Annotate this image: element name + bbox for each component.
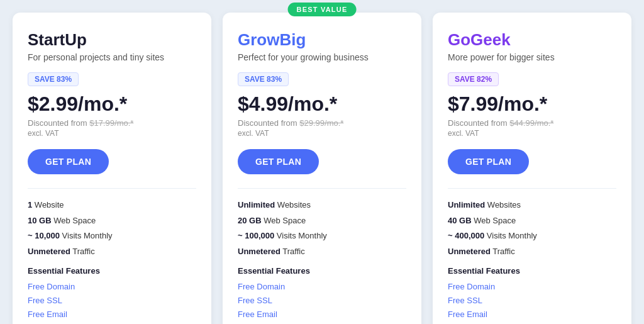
- feature-item: 10 GB Web Space: [28, 215, 196, 227]
- feature-item: Unlimited Websites: [448, 199, 616, 211]
- excl-vat-startup: excl. VAT: [28, 129, 196, 138]
- best-value-badge: BEST VALUE: [288, 3, 357, 16]
- save-badge-gogeek: SAVE 82%: [448, 72, 499, 86]
- pricing-container: StartUpFor personal projects and tiny si…: [13, 13, 631, 324]
- essential-link[interactable]: Free Email: [448, 310, 487, 319]
- price-original-gogeek: Discounted from $44.99/mo.*: [448, 118, 616, 128]
- price-main-gogeek: $7.99/mo.*: [448, 92, 616, 116]
- get-plan-button-startup[interactable]: GET PLAN: [28, 149, 109, 174]
- plan-card-growbig: BEST VALUEGrowBigPerfect for your growin…: [223, 13, 421, 324]
- get-plan-button-growbig[interactable]: GET PLAN: [238, 149, 319, 174]
- feature-item: Unmetered Traffic: [28, 245, 196, 258]
- essential-link[interactable]: Free Domain: [238, 282, 285, 291]
- divider-growbig: [238, 188, 406, 189]
- essential-link[interactable]: Free SSL: [448, 296, 482, 305]
- list-item[interactable]: Free Domain: [28, 281, 196, 292]
- plan-card-startup: StartUpFor personal projects and tiny si…: [13, 13, 211, 324]
- essential-title-growbig: Essential Features: [238, 266, 406, 276]
- feature-item: Unmetered Traffic: [238, 245, 406, 258]
- essential-link[interactable]: Free Email: [28, 310, 67, 319]
- list-item[interactable]: Free Domain: [448, 281, 616, 292]
- feature-item: 40 GB Web Space: [448, 215, 616, 227]
- price-main-growbig: $4.99/mo.*: [238, 92, 406, 116]
- feature-item: Unmetered Traffic: [448, 245, 616, 258]
- plan-tagline-gogeek: More power for bigger sites: [448, 52, 616, 62]
- essential-links-gogeek: Free DomainFree SSLFree EmailFree Email …: [448, 281, 616, 324]
- feature-item: Unlimited Websites: [238, 199, 406, 211]
- list-item[interactable]: Free SSL: [448, 294, 616, 306]
- list-item[interactable]: Free Email: [28, 308, 196, 320]
- essential-links-growbig: Free DomainFree SSLFree EmailFree Email …: [238, 281, 406, 324]
- divider-gogeek: [448, 188, 616, 189]
- plan-name-startup: StartUp: [28, 30, 196, 50]
- divider-startup: [28, 188, 196, 189]
- list-item[interactable]: Free SSL: [28, 294, 196, 306]
- price-original-growbig: Discounted from $29.99/mo.*: [238, 118, 406, 128]
- plan-card-gogeek: GoGeekMore power for bigger sitesSAVE 82…: [433, 13, 631, 324]
- price-original-startup: Discounted from $17.99/mo.*: [28, 118, 196, 128]
- get-plan-button-gogeek[interactable]: GET PLAN: [448, 149, 529, 174]
- essential-link[interactable]: Free Domain: [448, 282, 495, 291]
- plan-name-gogeek: GoGeek: [448, 30, 616, 50]
- plan-tagline-growbig: Perfect for your growing business: [238, 52, 406, 62]
- essential-link[interactable]: Free SSL: [28, 296, 62, 305]
- feature-list-gogeek: Unlimited Websites40 GB Web Space~ 400,0…: [448, 199, 616, 257]
- list-item[interactable]: Free Email: [448, 308, 616, 320]
- save-badge-growbig: SAVE 83%: [238, 72, 289, 86]
- essential-links-startup: Free DomainFree SSLFree EmailFree Email …: [28, 281, 196, 324]
- essential-link[interactable]: Free Domain: [28, 282, 75, 291]
- list-item[interactable]: Free SSL: [238, 294, 406, 306]
- feature-item: 20 GB Web Space: [238, 215, 406, 227]
- feature-item: 1 Website: [28, 199, 196, 211]
- save-badge-startup: SAVE 83%: [28, 72, 79, 86]
- plan-name-growbig: GrowBig: [238, 30, 406, 50]
- feature-item: ~ 10,000 Visits Monthly: [28, 230, 196, 242]
- feature-item: ~ 400,000 Visits Monthly: [448, 230, 616, 242]
- plan-tagline-startup: For personal projects and tiny sites: [28, 52, 196, 62]
- excl-vat-growbig: excl. VAT: [238, 129, 406, 138]
- essential-link[interactable]: Free Email: [238, 310, 277, 319]
- essential-link[interactable]: Free SSL: [238, 296, 272, 305]
- essential-title-gogeek: Essential Features: [448, 266, 616, 276]
- feature-list-growbig: Unlimited Websites20 GB Web Space~ 100,0…: [238, 199, 406, 257]
- list-item[interactable]: Free Domain: [238, 281, 406, 292]
- feature-item: ~ 100,000 Visits Monthly: [238, 230, 406, 242]
- excl-vat-gogeek: excl. VAT: [448, 129, 616, 138]
- list-item[interactable]: Free Email: [238, 308, 406, 320]
- essential-title-startup: Essential Features: [28, 266, 196, 276]
- feature-list-startup: 1 Website10 GB Web Space~ 10,000 Visits …: [28, 199, 196, 257]
- price-main-startup: $2.99/mo.*: [28, 92, 196, 116]
